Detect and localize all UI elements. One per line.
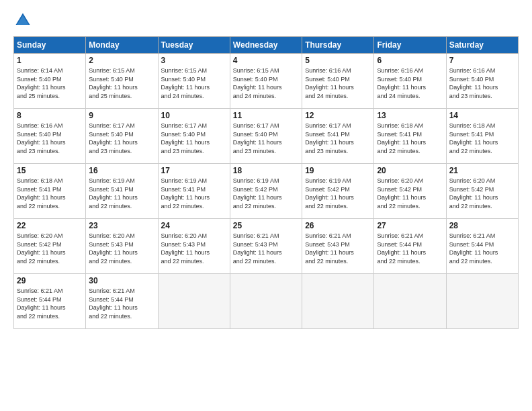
col-header-wednesday: Wednesday <box>230 37 302 54</box>
calendar-cell: 10Sunrise: 6:17 AMSunset: 5:40 PMDayligh… <box>158 109 230 164</box>
calendar-cell: 17Sunrise: 6:19 AMSunset: 5:41 PMDayligh… <box>158 164 230 219</box>
calendar-cell: 15Sunrise: 6:18 AMSunset: 5:41 PMDayligh… <box>14 164 86 219</box>
cell-content: Sunrise: 6:21 AMSunset: 5:44 PMDaylight:… <box>449 232 515 265</box>
cell-content: Sunrise: 6:20 AMSunset: 5:43 PMDaylight:… <box>161 232 227 265</box>
cell-content: Sunrise: 6:17 AMSunset: 5:41 PMDaylight:… <box>305 122 371 155</box>
col-header-friday: Friday <box>374 37 446 54</box>
col-header-tuesday: Tuesday <box>158 37 230 54</box>
cell-content: Sunrise: 6:18 AMSunset: 5:41 PMDaylight:… <box>377 122 443 155</box>
calendar-cell: 11Sunrise: 6:17 AMSunset: 5:40 PMDayligh… <box>230 109 302 164</box>
day-number: 1 <box>17 56 83 65</box>
page: SundayMondayTuesdayWednesdayThursdayFrid… <box>0 0 532 411</box>
cell-content: Sunrise: 6:20 AMSunset: 5:43 PMDaylight:… <box>89 232 154 265</box>
week-row-2: 8Sunrise: 6:16 AMSunset: 5:40 PMDaylight… <box>14 109 519 164</box>
calendar-cell: 20Sunrise: 6:20 AMSunset: 5:42 PMDayligh… <box>374 164 446 219</box>
cell-content: Sunrise: 6:16 AMSunset: 5:40 PMDaylight:… <box>377 66 443 100</box>
cell-content: Sunrise: 6:15 AMSunset: 5:40 PMDaylight:… <box>233 66 299 100</box>
day-number: 28 <box>449 221 515 230</box>
header-row: SundayMondayTuesdayWednesdayThursdayFrid… <box>14 37 519 54</box>
calendar-cell <box>302 274 374 329</box>
calendar-cell: 26Sunrise: 6:21 AMSunset: 5:43 PMDayligh… <box>302 219 374 274</box>
calendar-cell: 13Sunrise: 6:18 AMSunset: 5:41 PMDayligh… <box>374 109 446 164</box>
cell-content: Sunrise: 6:14 AMSunset: 5:40 PMDaylight:… <box>17 66 83 100</box>
calendar-cell: 7Sunrise: 6:16 AMSunset: 5:40 PMDaylight… <box>446 54 518 109</box>
calendar-cell <box>158 274 230 329</box>
day-number: 19 <box>305 166 371 175</box>
day-number: 12 <box>305 111 371 120</box>
calendar-cell: 25Sunrise: 6:21 AMSunset: 5:43 PMDayligh… <box>230 219 302 274</box>
day-number: 10 <box>161 111 227 120</box>
day-number: 25 <box>233 221 299 230</box>
calendar-cell <box>374 274 446 329</box>
cell-content: Sunrise: 6:16 AMSunset: 5:40 PMDaylight:… <box>449 66 515 100</box>
col-header-saturday: Saturday <box>446 37 518 54</box>
day-number: 26 <box>305 221 371 230</box>
day-number: 13 <box>377 111 443 120</box>
cell-content: Sunrise: 6:21 AMSunset: 5:44 PMDaylight:… <box>377 232 443 265</box>
cell-content: Sunrise: 6:19 AMSunset: 5:41 PMDaylight:… <box>89 177 154 210</box>
cell-content: Sunrise: 6:21 AMSunset: 5:43 PMDaylight:… <box>305 232 371 265</box>
day-number: 2 <box>89 56 154 65</box>
calendar-cell: 27Sunrise: 6:21 AMSunset: 5:44 PMDayligh… <box>374 219 446 274</box>
calendar-cell: 2Sunrise: 6:15 AMSunset: 5:40 PMDaylight… <box>86 54 158 109</box>
calendar-cell: 30Sunrise: 6:21 AMSunset: 5:44 PMDayligh… <box>86 274 158 329</box>
calendar-cell: 4Sunrise: 6:15 AMSunset: 5:40 PMDaylight… <box>230 54 302 109</box>
day-number: 14 <box>449 111 515 120</box>
cell-content: Sunrise: 6:21 AMSunset: 5:44 PMDaylight:… <box>89 287 154 320</box>
cell-content: Sunrise: 6:20 AMSunset: 5:42 PMDaylight:… <box>17 232 83 265</box>
day-number: 23 <box>89 221 154 230</box>
cell-content: Sunrise: 6:17 AMSunset: 5:40 PMDaylight:… <box>89 122 154 155</box>
cell-content: Sunrise: 6:16 AMSunset: 5:40 PMDaylight:… <box>17 122 83 155</box>
day-number: 9 <box>89 111 154 120</box>
week-row-4: 22Sunrise: 6:20 AMSunset: 5:42 PMDayligh… <box>14 219 519 274</box>
calendar-cell: 19Sunrise: 6:19 AMSunset: 5:42 PMDayligh… <box>302 164 374 219</box>
day-number: 30 <box>89 276 154 285</box>
day-number: 8 <box>17 111 83 120</box>
cell-content: Sunrise: 6:15 AMSunset: 5:40 PMDaylight:… <box>161 66 227 100</box>
logo <box>13 11 35 30</box>
header <box>13 11 519 30</box>
calendar-cell: 24Sunrise: 6:20 AMSunset: 5:43 PMDayligh… <box>158 219 230 274</box>
day-number: 27 <box>377 221 443 230</box>
calendar-cell <box>230 274 302 329</box>
day-number: 4 <box>233 56 299 65</box>
calendar-cell: 5Sunrise: 6:16 AMSunset: 5:40 PMDaylight… <box>302 54 374 109</box>
week-row-5: 29Sunrise: 6:21 AMSunset: 5:44 PMDayligh… <box>14 274 519 329</box>
week-row-1: 1Sunrise: 6:14 AMSunset: 5:40 PMDaylight… <box>14 54 519 109</box>
cell-content: Sunrise: 6:17 AMSunset: 5:40 PMDaylight:… <box>161 122 227 155</box>
col-header-thursday: Thursday <box>302 37 374 54</box>
day-number: 6 <box>377 56 443 65</box>
col-header-sunday: Sunday <box>14 37 86 54</box>
day-number: 17 <box>161 166 227 175</box>
cell-content: Sunrise: 6:20 AMSunset: 5:42 PMDaylight:… <box>377 177 443 210</box>
day-number: 20 <box>377 166 443 175</box>
day-number: 5 <box>305 56 371 65</box>
calendar-cell: 3Sunrise: 6:15 AMSunset: 5:40 PMDaylight… <box>158 54 230 109</box>
cell-content: Sunrise: 6:19 AMSunset: 5:42 PMDaylight:… <box>305 177 371 210</box>
calendar-cell: 9Sunrise: 6:17 AMSunset: 5:40 PMDaylight… <box>86 109 158 164</box>
day-number: 11 <box>233 111 299 120</box>
day-number: 7 <box>449 56 515 65</box>
calendar-cell: 21Sunrise: 6:20 AMSunset: 5:42 PMDayligh… <box>446 164 518 219</box>
cell-content: Sunrise: 6:21 AMSunset: 5:44 PMDaylight:… <box>17 287 83 320</box>
calendar-table: SundayMondayTuesdayWednesdayThursdayFrid… <box>13 36 519 329</box>
calendar-cell: 28Sunrise: 6:21 AMSunset: 5:44 PMDayligh… <box>446 219 518 274</box>
week-row-3: 15Sunrise: 6:18 AMSunset: 5:41 PMDayligh… <box>14 164 519 219</box>
cell-content: Sunrise: 6:18 AMSunset: 5:41 PMDaylight:… <box>449 122 515 155</box>
day-number: 21 <box>449 166 515 175</box>
calendar-cell: 18Sunrise: 6:19 AMSunset: 5:42 PMDayligh… <box>230 164 302 219</box>
calendar-cell: 1Sunrise: 6:14 AMSunset: 5:40 PMDaylight… <box>14 54 86 109</box>
calendar-cell: 6Sunrise: 6:16 AMSunset: 5:40 PMDaylight… <box>374 54 446 109</box>
day-number: 15 <box>17 166 83 175</box>
cell-content: Sunrise: 6:18 AMSunset: 5:41 PMDaylight:… <box>17 177 83 210</box>
cell-content: Sunrise: 6:17 AMSunset: 5:40 PMDaylight:… <box>233 122 299 155</box>
day-number: 22 <box>17 221 83 230</box>
day-number: 24 <box>161 221 227 230</box>
cell-content: Sunrise: 6:20 AMSunset: 5:42 PMDaylight:… <box>449 177 515 210</box>
calendar-cell: 8Sunrise: 6:16 AMSunset: 5:40 PMDaylight… <box>14 109 86 164</box>
calendar-cell <box>446 274 518 329</box>
cell-content: Sunrise: 6:19 AMSunset: 5:42 PMDaylight:… <box>233 177 299 210</box>
cell-content: Sunrise: 6:19 AMSunset: 5:41 PMDaylight:… <box>161 177 227 210</box>
calendar-cell: 29Sunrise: 6:21 AMSunset: 5:44 PMDayligh… <box>14 274 86 329</box>
day-number: 29 <box>17 276 83 285</box>
